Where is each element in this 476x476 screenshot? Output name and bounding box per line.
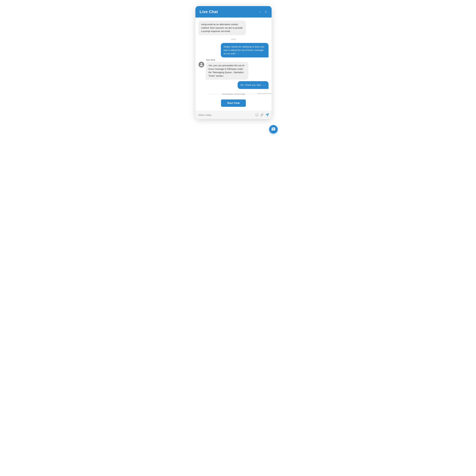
conversation-closed: Conversation closed today — [199, 93, 269, 95]
closed-text: Conversation closed today — [222, 93, 245, 95]
close-button[interactable]: × — [264, 10, 267, 14]
message-bubble: Yes, you can personalize the out-of-hour… — [206, 62, 248, 80]
page-wrapper: Live Chat – × using email as an alternat… — [195, 6, 281, 131]
start-chat-button[interactable]: Start Chat — [221, 100, 246, 107]
chat-body: using email as an alternative contact me… — [195, 17, 272, 111]
header-controls: – × — [259, 10, 267, 14]
chat-window: Live Chat – × using email as an alternat… — [195, 6, 272, 119]
agent-name: Mark White — [206, 59, 269, 61]
timestamp: 14:31 — [199, 38, 269, 40]
send-button[interactable] — [265, 113, 269, 117]
read-receipt-double-icon: ✓✓ — [263, 84, 266, 86]
message-bubble: OK, Thank you, bye! ✓✓ — [238, 81, 269, 89]
chat-header: Live Chat – × — [195, 6, 272, 17]
agent-message-column: Mark White Yes, you can personalize the … — [206, 59, 269, 80]
closed-indicator-container: Conversation closed today Chat closed in… — [199, 90, 269, 97]
chat-title: Live Chat — [200, 9, 218, 14]
minimize-button[interactable]: – — [259, 10, 262, 14]
message-bubble: Alright, thanks for clarifying! Is there… — [221, 43, 269, 58]
agent-avatar — [199, 62, 204, 68]
read-receipt-icon: ✓ — [237, 53, 239, 55]
svg-point-0 — [255, 114, 258, 116]
emoji-button[interactable] — [255, 113, 259, 117]
reply-input[interactable] — [198, 113, 253, 117]
floating-chat-button[interactable] — [269, 125, 278, 134]
closed-line-right — [247, 94, 259, 94]
message-outgoing-1: Alright, thanks for clarifying! Is there… — [199, 43, 269, 58]
message-incoming-partial: using email as an alternative contact me… — [199, 20, 269, 35]
closed-line-left — [208, 94, 220, 94]
message-agent-row: Mark White Yes, you can personalize the … — [199, 59, 269, 80]
message-bubble: using email as an alternative contact me… — [199, 20, 246, 35]
attachment-button[interactable] — [260, 113, 264, 117]
message-outgoing-2: OK, Thank you, bye! ✓✓ — [199, 81, 269, 89]
input-icons — [255, 113, 269, 117]
chat-input-area — [195, 111, 272, 119]
